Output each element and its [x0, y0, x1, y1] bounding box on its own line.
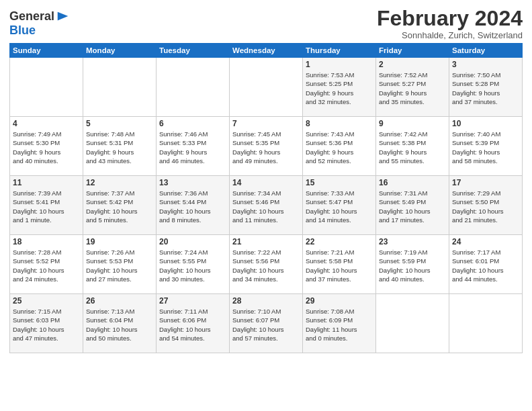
calendar-cell: 24Sunrise: 7:17 AM Sunset: 6:01 PM Dayli…: [449, 235, 523, 294]
day-info: Sunrise: 7:08 AM Sunset: 6:09 PM Dayligh…: [306, 307, 373, 342]
calendar-cell: [230, 58, 303, 117]
col-thursday: Thursday: [303, 44, 376, 58]
day-number: 23: [379, 237, 446, 246]
day-number: 25: [13, 296, 80, 306]
calendar-cell: 2Sunrise: 7:52 AM Sunset: 5:27 PM Daylig…: [376, 58, 449, 117]
day-number: 13: [159, 178, 226, 187]
day-number: 4: [13, 119, 80, 128]
calendar-table: Sunday Monday Tuesday Wednesday Thursday…: [9, 43, 523, 353]
day-number: 16: [379, 178, 446, 187]
day-number: 14: [232, 178, 300, 187]
day-info: Sunrise: 7:10 AM Sunset: 6:07 PM Dayligh…: [232, 307, 300, 342]
day-number: 12: [86, 178, 153, 187]
day-number: 21: [232, 237, 300, 246]
logo-flag-icon: [56, 9, 71, 24]
calendar-cell: 25Sunrise: 7:15 AM Sunset: 6:03 PM Dayli…: [10, 294, 83, 353]
col-friday: Friday: [376, 44, 449, 58]
calendar-cell: 13Sunrise: 7:36 AM Sunset: 5:44 PM Dayli…: [157, 176, 230, 235]
day-info: Sunrise: 7:42 AM Sunset: 5:38 PM Dayligh…: [379, 130, 446, 165]
calendar-cell: 1Sunrise: 7:53 AM Sunset: 5:25 PM Daylig…: [303, 58, 376, 117]
calendar-cell: 8Sunrise: 7:43 AM Sunset: 5:36 PM Daylig…: [303, 117, 376, 176]
col-sunday: Sunday: [10, 44, 83, 58]
calendar-cell: 19Sunrise: 7:26 AM Sunset: 5:53 PM Dayli…: [83, 235, 157, 294]
calendar-cell: 11Sunrise: 7:39 AM Sunset: 5:41 PM Dayli…: [10, 176, 83, 235]
day-info: Sunrise: 7:46 AM Sunset: 5:33 PM Dayligh…: [159, 130, 226, 165]
day-number: 17: [452, 178, 519, 187]
day-number: 28: [232, 296, 300, 306]
day-info: Sunrise: 7:24 AM Sunset: 5:55 PM Dayligh…: [159, 248, 226, 283]
calendar-body: 1Sunrise: 7:53 AM Sunset: 5:25 PM Daylig…: [10, 58, 523, 353]
day-number: 27: [159, 296, 226, 306]
calendar-cell: 29Sunrise: 7:08 AM Sunset: 6:09 PM Dayli…: [303, 294, 376, 353]
calendar-week-5: 25Sunrise: 7:15 AM Sunset: 6:03 PM Dayli…: [10, 294, 523, 353]
calendar-header: Sunday Monday Tuesday Wednesday Thursday…: [10, 44, 523, 58]
day-info: Sunrise: 7:13 AM Sunset: 6:04 PM Dayligh…: [86, 307, 153, 342]
day-number: 3: [452, 60, 519, 69]
title-block: February 2024 Sonnhalde, Zurich, Switzer…: [377, 7, 523, 40]
day-info: Sunrise: 7:19 AM Sunset: 5:59 PM Dayligh…: [379, 248, 446, 283]
calendar-cell: [157, 58, 230, 117]
day-info: Sunrise: 7:37 AM Sunset: 5:42 PM Dayligh…: [86, 189, 153, 224]
calendar-cell: [83, 58, 157, 117]
day-number: 5: [86, 119, 153, 128]
day-info: Sunrise: 7:52 AM Sunset: 5:27 PM Dayligh…: [379, 71, 446, 106]
calendar-cell: 28Sunrise: 7:10 AM Sunset: 6:07 PM Dayli…: [230, 294, 303, 353]
day-info: Sunrise: 7:36 AM Sunset: 5:44 PM Dayligh…: [159, 189, 226, 224]
calendar-cell: [10, 58, 83, 117]
calendar-cell: 10Sunrise: 7:40 AM Sunset: 5:39 PM Dayli…: [449, 117, 523, 176]
calendar-cell: 7Sunrise: 7:45 AM Sunset: 5:35 PM Daylig…: [230, 117, 303, 176]
day-info: Sunrise: 7:48 AM Sunset: 5:31 PM Dayligh…: [86, 130, 153, 165]
day-info: Sunrise: 7:17 AM Sunset: 6:01 PM Dayligh…: [452, 248, 519, 283]
day-info: Sunrise: 7:40 AM Sunset: 5:39 PM Dayligh…: [452, 130, 519, 165]
calendar-cell: 9Sunrise: 7:42 AM Sunset: 5:38 PM Daylig…: [376, 117, 449, 176]
day-number: 29: [306, 296, 373, 306]
calendar-week-4: 18Sunrise: 7:28 AM Sunset: 5:52 PM Dayli…: [10, 235, 523, 294]
calendar-week-1: 1Sunrise: 7:53 AM Sunset: 5:25 PM Daylig…: [10, 58, 523, 117]
day-info: Sunrise: 7:43 AM Sunset: 5:36 PM Dayligh…: [306, 130, 373, 165]
day-number: 11: [13, 178, 80, 187]
day-info: Sunrise: 7:21 AM Sunset: 5:58 PM Dayligh…: [306, 248, 373, 283]
calendar-cell: [376, 294, 449, 353]
day-number: 19: [86, 237, 153, 246]
calendar-cell: 3Sunrise: 7:50 AM Sunset: 5:28 PM Daylig…: [449, 58, 523, 117]
day-number: 10: [452, 119, 519, 128]
col-tuesday: Tuesday: [157, 44, 230, 58]
day-info: Sunrise: 7:11 AM Sunset: 6:06 PM Dayligh…: [159, 307, 226, 342]
day-number: 18: [13, 237, 80, 246]
day-info: Sunrise: 7:39 AM Sunset: 5:41 PM Dayligh…: [13, 189, 80, 224]
day-info: Sunrise: 7:50 AM Sunset: 5:28 PM Dayligh…: [452, 71, 519, 106]
day-info: Sunrise: 7:15 AM Sunset: 6:03 PM Dayligh…: [13, 307, 80, 342]
logo-text: General Blue: [9, 9, 71, 38]
col-wednesday: Wednesday: [230, 44, 303, 58]
calendar-cell: 4Sunrise: 7:49 AM Sunset: 5:30 PM Daylig…: [10, 117, 83, 176]
calendar-cell: 26Sunrise: 7:13 AM Sunset: 6:04 PM Dayli…: [83, 294, 157, 353]
day-info: Sunrise: 7:45 AM Sunset: 5:35 PM Dayligh…: [232, 130, 300, 165]
day-info: Sunrise: 7:26 AM Sunset: 5:53 PM Dayligh…: [86, 248, 153, 283]
day-info: Sunrise: 7:53 AM Sunset: 5:25 PM Dayligh…: [306, 71, 373, 106]
page-container: General Blue February 2024 Sonnhalde, Zu…: [0, 0, 532, 357]
header-row: Sunday Monday Tuesday Wednesday Thursday…: [10, 44, 523, 58]
location-subtitle: Sonnhalde, Zurich, Switzerland: [377, 30, 523, 40]
day-number: 9: [379, 119, 446, 128]
month-title: February 2024: [377, 7, 523, 30]
calendar-cell: 21Sunrise: 7:22 AM Sunset: 5:56 PM Dayli…: [230, 235, 303, 294]
calendar-cell: 14Sunrise: 7:34 AM Sunset: 5:46 PM Dayli…: [230, 176, 303, 235]
day-info: Sunrise: 7:49 AM Sunset: 5:30 PM Dayligh…: [13, 130, 80, 165]
calendar-cell: 12Sunrise: 7:37 AM Sunset: 5:42 PM Dayli…: [83, 176, 157, 235]
calendar-cell: 27Sunrise: 7:11 AM Sunset: 6:06 PM Dayli…: [157, 294, 230, 353]
day-number: 22: [306, 237, 373, 246]
day-number: 24: [452, 237, 519, 246]
day-info: Sunrise: 7:29 AM Sunset: 5:50 PM Dayligh…: [452, 189, 519, 224]
calendar-cell: 15Sunrise: 7:33 AM Sunset: 5:47 PM Dayli…: [303, 176, 376, 235]
day-number: 2: [379, 60, 446, 69]
calendar-cell: 6Sunrise: 7:46 AM Sunset: 5:33 PM Daylig…: [157, 117, 230, 176]
day-number: 8: [306, 119, 373, 128]
day-number: 6: [159, 119, 226, 128]
day-number: 26: [86, 296, 153, 306]
calendar-cell: 22Sunrise: 7:21 AM Sunset: 5:58 PM Dayli…: [303, 235, 376, 294]
calendar-cell: 16Sunrise: 7:31 AM Sunset: 5:49 PM Dayli…: [376, 176, 449, 235]
calendar-cell: 20Sunrise: 7:24 AM Sunset: 5:55 PM Dayli…: [157, 235, 230, 294]
day-info: Sunrise: 7:34 AM Sunset: 5:46 PM Dayligh…: [232, 189, 300, 224]
day-number: 15: [306, 178, 373, 187]
day-number: 7: [232, 119, 300, 128]
